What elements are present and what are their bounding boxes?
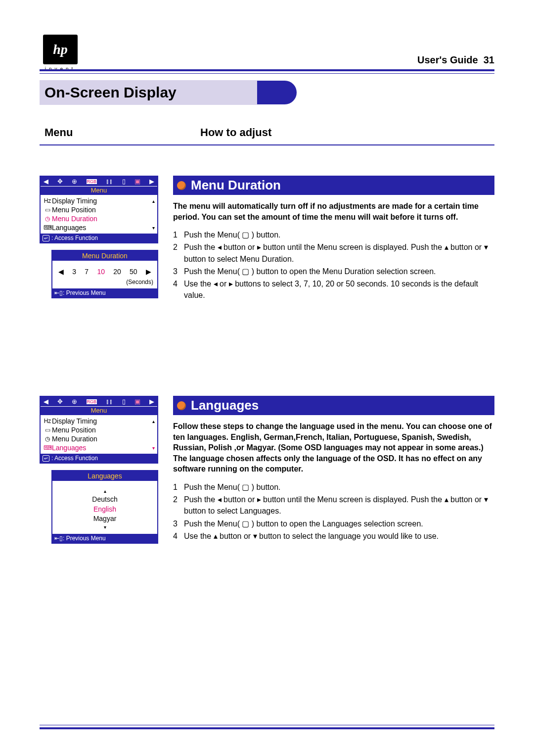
globe-icon: ⊕: [72, 398, 77, 405]
screen-icon: ▣: [134, 398, 140, 405]
osd-item-label: Menu Duration: [52, 435, 97, 443]
duration-values: ◀ 3 7 10 20 50 ▶: [56, 268, 153, 276]
osd-item-label: Languages: [52, 444, 86, 452]
globe-icon: ⊕: [72, 178, 77, 185]
osd-languages-panel: Languages ▴ Deutsch English Magyar ▾ ⇤▯:…: [51, 470, 158, 544]
osd-item-label: Menu Duration: [52, 215, 97, 223]
osd-item: ▭Menu Position: [42, 425, 156, 434]
column-left-heading: Menu: [44, 126, 73, 139]
menu-duration-intro: The menu will automatically turn off if …: [173, 201, 494, 222]
osd-footer: ↵: Access Function: [41, 454, 157, 463]
rgb-icon: RGB: [87, 179, 97, 184]
languages-list: ▴ Deutsch English Magyar ▾: [52, 481, 157, 534]
bullet-icon: [177, 401, 186, 410]
position-icon: ▭: [43, 426, 52, 433]
osd-item-label: Menu Position: [52, 426, 96, 434]
bullet-icon: [177, 181, 186, 190]
hz-icon: Hz: [43, 197, 52, 204]
osd-icon-bar: ◀ ✥ ⊕ RGB ⫿⫿ ▯ ▣ ▶: [41, 397, 157, 406]
osd-menu-label: Menu: [41, 406, 157, 415]
hz-icon: Hz: [43, 418, 52, 425]
right-arrow-icon: ▶: [149, 178, 154, 185]
osd-menu-label: Menu: [41, 186, 157, 195]
osd-footer-text: : Access Function: [51, 235, 98, 241]
osd-item-label: Display Timing: [52, 417, 97, 425]
osd-panel-menu-1: ◀ ✥ ⊕ RGB ⫿⫿ ▯ ▣ ▶ Menu HzDisplay Timing…: [40, 176, 158, 243]
duration-value: 3: [70, 268, 78, 276]
bars-icon: ⫿⫿: [106, 178, 113, 185]
rgb-icon: RGB: [87, 399, 97, 404]
osd-item-label: Display Timing: [52, 197, 97, 205]
osd-panel-menu-2: ◀ ✥ ⊕ RGB ⫿⫿ ▯ ▣ ▶ Menu HzDisplay Timing…: [40, 396, 158, 464]
osd-item: ◷Menu Duration: [42, 434, 156, 443]
osd-item: HzDisplay Timing▴: [42, 417, 156, 425]
languages-intro: Follow these steps to change the languag…: [173, 421, 494, 474]
left-arrow-icon: ◀: [44, 398, 48, 405]
step: Push the Menu( ▢ ) button to open the Me…: [184, 266, 494, 277]
page-number: 31: [484, 54, 494, 65]
step: Use the ▴ button or ▾ button to select t…: [184, 530, 494, 542]
step: Push the ◂ button or ▸ button until the …: [184, 494, 494, 517]
duration-value: 7: [83, 268, 90, 276]
osd-languages-title: Languages: [52, 471, 157, 481]
right-arrow-icon: ▶: [149, 398, 154, 405]
osd-item: HzDisplay Timing▴: [42, 196, 156, 205]
step: Use the ◂ or ▸ buttons to select 3, 7, 1…: [184, 278, 494, 301]
osd-footer-text: : Previous Menu: [63, 535, 106, 542]
osd-item-label: Menu Position: [52, 206, 96, 214]
osd-duration-title: Menu Duration: [52, 251, 157, 261]
window-icon: ▯: [122, 398, 126, 405]
languages-steps: 1Push the Menu( ▢ ) button. 2Push the ◂ …: [173, 481, 494, 542]
clock-icon: ◷: [43, 215, 52, 222]
osd-duration-panel: Menu Duration ◀ 3 7 10 20 50 ▶ (Seconds)…: [51, 250, 158, 298]
osd-item: ▭Menu Position: [42, 205, 156, 214]
brand-logo: hp invent: [40, 35, 81, 72]
clock-icon: ◷: [43, 435, 52, 442]
osd-item: ⌨Languages▾: [42, 223, 156, 232]
osd-languages-footer: ⇤▯: Previous Menu: [52, 534, 157, 543]
duration-value: 50: [128, 268, 139, 276]
osd-icon-bar: ◀ ✥ ⊕ RGB ⫿⫿ ▯ ▣ ▶: [41, 177, 157, 186]
osd-item-active: ⌨Languages▾: [42, 443, 156, 452]
language-icon: ⌨: [43, 444, 52, 451]
page-title-bar: On-Screen Display: [40, 80, 297, 105]
osd-footer-text: : Access Function: [51, 455, 98, 462]
step: Push the Menu( ▢ ) button.: [184, 481, 494, 493]
step: Push the ◂ button or ▸ button until the …: [184, 241, 494, 264]
column-right-heading: How to adjust: [200, 126, 271, 139]
page-title: On-Screen Display: [44, 84, 177, 100]
step: Push the Menu( ▢ ) button to open the La…: [184, 518, 494, 529]
move-icon: ✥: [57, 398, 63, 405]
language-option: Deutsch: [56, 495, 153, 505]
section-header-languages: Languages: [173, 396, 494, 415]
header-right: User's Guide 31: [417, 54, 494, 66]
menu-duration-steps: 1Push the Menu( ▢ ) button. 2Push the ◂ …: [173, 229, 494, 301]
duration-value-active: 10: [95, 268, 107, 276]
language-icon: ⌨: [43, 224, 52, 231]
doc-name: User's Guide: [417, 54, 478, 65]
section-header-menu-duration: Menu Duration: [173, 176, 494, 195]
move-icon: ✥: [57, 178, 63, 185]
section-title-menu-duration: Menu Duration: [191, 178, 281, 193]
osd-duration-footer: ⇤▯: Previous Menu: [52, 288, 157, 297]
osd-item-label: Languages: [52, 224, 86, 232]
duration-value: 20: [111, 268, 123, 276]
language-option: Magyar: [56, 514, 153, 524]
osd-footer-text: : Previous Menu: [63, 289, 106, 296]
position-icon: ▭: [43, 206, 52, 213]
screen-icon: ▣: [134, 178, 140, 185]
window-icon: ▯: [122, 178, 126, 185]
duration-unit: (Seconds): [56, 279, 153, 285]
osd-item-active: ◷Menu Duration: [42, 214, 156, 223]
language-option-active: English: [56, 505, 153, 515]
osd-footer: ↵: Access Function: [41, 234, 157, 242]
bars-icon: ⫿⫿: [106, 398, 113, 405]
step: Push the Menu( ▢ ) button.: [184, 229, 494, 240]
title-endcap: [257, 81, 297, 104]
hp-logo-text: hp: [53, 42, 68, 57]
left-arrow-icon: ◀: [44, 178, 48, 185]
section-title-languages: Languages: [191, 398, 259, 413]
